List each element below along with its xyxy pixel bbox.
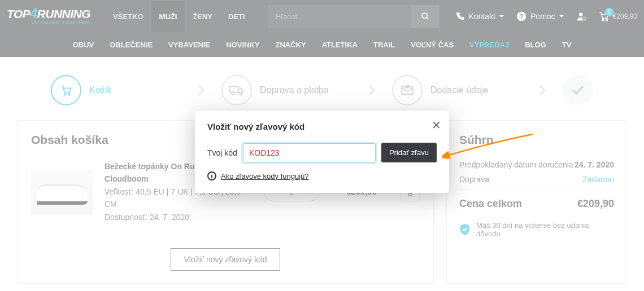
apply-voucher-button[interactable]: Pridať zľavu — [381, 143, 437, 162]
info-icon: i — [207, 171, 216, 180]
voucher-modal: ✕ Vložiť nový zľavový kód Tvoj kód Prida… — [195, 111, 449, 193]
voucher-help-link[interactable]: Ako zľavové kódy fungujú? — [221, 172, 309, 180]
voucher-code-input[interactable] — [243, 143, 376, 162]
close-button[interactable]: ✕ — [432, 118, 441, 132]
modal-title: Vložiť nový zľavový kód — [207, 122, 437, 131]
code-label: Tvoj kód — [207, 148, 237, 157]
close-icon: ✕ — [432, 119, 441, 131]
